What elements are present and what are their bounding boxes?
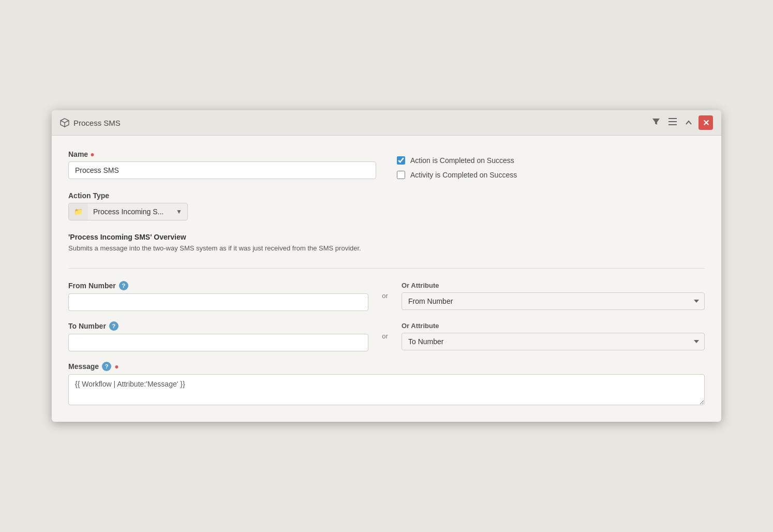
overview-section: 'Process Incoming SMS' Overview Submits …: [68, 233, 705, 254]
svg-rect-0: [668, 118, 677, 119]
action-completed-label: Action is Completed on Success: [410, 156, 514, 165]
action-type-select[interactable]: 📁 Process Incoming S... ▼: [68, 203, 188, 220]
titlebar-icons: ✕: [650, 115, 713, 130]
from-number-group: From Number ?: [68, 281, 368, 311]
activity-completed-input[interactable]: [397, 171, 405, 179]
overview-desc: Submits a message into the two-way SMS s…: [68, 243, 705, 254]
titlebar-left: Process SMS: [60, 118, 121, 127]
action-type-folder-icon: 📁: [69, 203, 88, 220]
divider: [68, 268, 705, 269]
window-title: Process SMS: [73, 119, 121, 127]
message-label: Message: [68, 362, 99, 371]
action-type-label: Action Type: [68, 191, 705, 200]
checkboxes: Action is Completed on Success Activity …: [397, 152, 705, 179]
name-field-group: Name ●: [68, 150, 376, 179]
or-label-2: or: [379, 332, 391, 340]
to-number-group: To Number ?: [68, 321, 368, 351]
filter-icon[interactable]: [650, 116, 662, 129]
message-textarea[interactable]: {{ Workflow | Attribute:'Message' }}: [68, 374, 705, 405]
titlebar: Process SMS ✕: [52, 110, 721, 136]
message-help-icon[interactable]: ?: [102, 362, 111, 371]
main-window: Process SMS ✕ Name ●: [52, 110, 721, 422]
message-label-row: Message ? ●: [68, 362, 705, 371]
cube-icon: [60, 118, 69, 127]
message-required-indicator: ●: [114, 362, 118, 371]
from-number-label: From Number: [68, 282, 116, 290]
or-label-1: or: [379, 292, 391, 300]
to-number-attribute-group: Or Attribute To Number From Number Messa…: [402, 322, 705, 350]
to-number-attribute-select[interactable]: To Number From Number Message: [402, 333, 705, 350]
required-indicator: ●: [90, 150, 94, 158]
close-button[interactable]: ✕: [698, 115, 713, 130]
to-number-input[interactable]: [68, 334, 368, 351]
to-number-label-row: To Number ?: [68, 321, 368, 331]
or-attribute-label-2: Or Attribute: [402, 322, 705, 330]
action-type-arrow-icon: ▼: [171, 204, 187, 219]
from-number-row: From Number ? or Or Attribute From Numbe…: [68, 281, 705, 311]
to-number-help-icon[interactable]: ?: [109, 321, 118, 331]
message-section: Message ? ● {{ Workflow | Attribute:'Mes…: [68, 362, 705, 407]
checkbox-group: Action is Completed on Success Activity …: [397, 150, 705, 179]
from-number-attribute-group: Or Attribute From Number To Number Messa…: [402, 282, 705, 310]
from-number-help-icon[interactable]: ?: [119, 281, 128, 290]
name-label: Name ●: [68, 150, 376, 158]
action-completed-input[interactable]: [397, 156, 405, 165]
or-attribute-label-1: Or Attribute: [402, 282, 705, 289]
from-number-attribute-select[interactable]: From Number To Number Message: [402, 292, 705, 310]
menu-icon[interactable]: [666, 117, 679, 128]
action-type-group: Action Type 📁 Process Incoming S... ▼: [68, 191, 705, 220]
collapse-icon[interactable]: [683, 117, 694, 128]
overview-title: 'Process Incoming SMS' Overview: [68, 233, 705, 241]
form-content: Name ● Action is Completed on Success Ac…: [52, 136, 721, 422]
activity-completed-label: Activity is Completed on Success: [410, 171, 517, 179]
svg-rect-2: [668, 124, 677, 125]
action-completed-checkbox[interactable]: Action is Completed on Success: [397, 156, 705, 165]
from-number-input[interactable]: [68, 293, 368, 311]
activity-completed-checkbox[interactable]: Activity is Completed on Success: [397, 171, 705, 179]
svg-rect-1: [668, 121, 677, 122]
to-number-row: To Number ? or Or Attribute To Number Fr…: [68, 321, 705, 351]
action-type-value: Process Incoming S...: [88, 203, 171, 220]
from-number-label-row: From Number ?: [68, 281, 368, 290]
to-number-label: To Number: [68, 322, 106, 330]
name-row: Name ● Action is Completed on Success Ac…: [68, 150, 705, 179]
name-input[interactable]: [68, 161, 376, 179]
